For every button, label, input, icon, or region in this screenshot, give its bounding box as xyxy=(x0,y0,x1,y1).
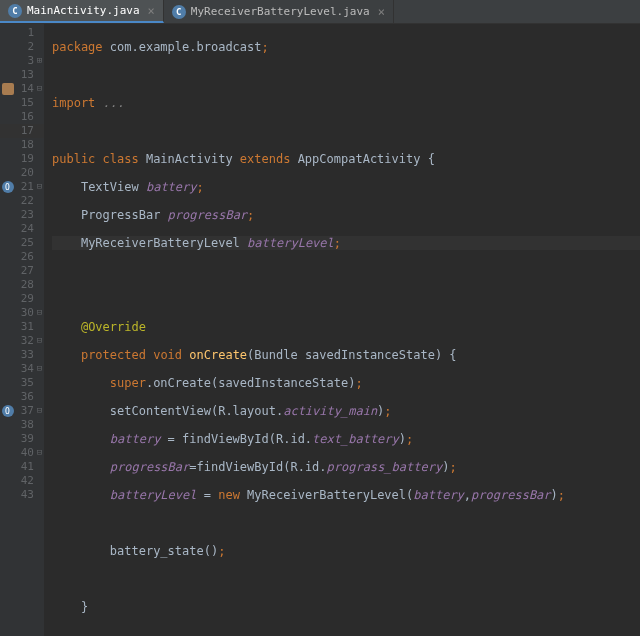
line-number: 40⊟ xyxy=(0,446,44,460)
line-number: 14⊟ xyxy=(0,82,44,96)
fold-icon[interactable]: ⊟ xyxy=(35,364,44,373)
close-icon[interactable]: × xyxy=(148,4,155,18)
code-line xyxy=(52,264,640,278)
code-line: @Override xyxy=(52,320,640,334)
line-number: 16 xyxy=(0,110,44,124)
code-line xyxy=(52,124,640,138)
code-line: battery_state(); xyxy=(52,544,640,558)
code-line: super.onCreate(savedInstanceState); xyxy=(52,376,640,390)
code-line: protected void onCreate(Bundle savedInst… xyxy=(52,348,640,362)
line-number: 41 xyxy=(0,460,44,474)
code-line xyxy=(52,68,640,82)
fold-icon[interactable]: ⊟ xyxy=(35,336,44,345)
line-number: 20 xyxy=(0,166,44,180)
line-number: 3⊞ xyxy=(0,54,44,68)
code-line xyxy=(52,516,640,530)
line-number: 28 xyxy=(0,278,44,292)
override-gutter-icon[interactable] xyxy=(2,405,14,417)
line-number: 2 xyxy=(0,40,44,54)
code-area[interactable]: package com.example.broadcast; import ..… xyxy=(44,24,640,636)
line-number: 30⊟ xyxy=(0,306,44,320)
tab-myreceiver[interactable]: C MyReceiverBatteryLevel.java × xyxy=(164,0,394,23)
override-gutter-icon[interactable] xyxy=(2,181,14,193)
code-line xyxy=(52,292,640,306)
line-number: 26 xyxy=(0,250,44,264)
line-number: 22 xyxy=(0,194,44,208)
line-number: 36 xyxy=(0,390,44,404)
line-number: 31 xyxy=(0,320,44,334)
fold-icon[interactable]: ⊟ xyxy=(35,182,44,191)
line-number: 32⊟ xyxy=(0,334,44,348)
code-line: package com.example.broadcast; xyxy=(52,40,640,54)
line-number: 19 xyxy=(0,152,44,166)
fold-icon[interactable]: ⊟ xyxy=(35,84,44,93)
code-line: ProgressBar progressBar; xyxy=(52,208,640,222)
line-number: 38 xyxy=(0,418,44,432)
fold-icon[interactable]: ⊞ xyxy=(35,56,44,65)
line-number: 13 xyxy=(0,68,44,82)
line-gutter: 1 2 3⊞ 13 14⊟ 15 16 17 18 19 20 21⊟ 22 2… xyxy=(0,24,44,636)
code-line: } xyxy=(52,600,640,614)
line-number: 15 xyxy=(0,96,44,110)
editor-tabs: C MainActivity.java × C MyReceiverBatter… xyxy=(0,0,640,24)
line-number: 17 xyxy=(0,124,44,138)
line-number: 43 xyxy=(0,488,44,502)
line-number: 34⊟ xyxy=(0,362,44,376)
java-class-icon: C xyxy=(8,4,22,18)
close-icon[interactable]: × xyxy=(378,5,385,19)
code-line: TextView battery; xyxy=(52,180,640,194)
code-editor[interactable]: 1 2 3⊞ 13 14⊟ 15 16 17 18 19 20 21⊟ 22 2… xyxy=(0,24,640,636)
code-line: progressBar=findViewById(R.id.prograss_b… xyxy=(52,460,640,474)
code-line: setContentView(R.layout.activity_main); xyxy=(52,404,640,418)
line-number: 1 xyxy=(0,26,44,40)
code-line: public class MainActivity extends AppCom… xyxy=(52,152,640,166)
line-number: 39 xyxy=(0,432,44,446)
fold-icon[interactable]: ⊟ xyxy=(35,308,44,317)
line-number: 21⊟ xyxy=(0,180,44,194)
line-number: 18 xyxy=(0,138,44,152)
line-number: 27 xyxy=(0,264,44,278)
line-number: 35 xyxy=(0,376,44,390)
java-class-icon: C xyxy=(172,5,186,19)
line-number: 37⊟ xyxy=(0,404,44,418)
line-number: 42 xyxy=(0,474,44,488)
code-line: battery = findViewById(R.id.text_battery… xyxy=(52,432,640,446)
code-line xyxy=(52,572,640,586)
line-number: 33 xyxy=(0,348,44,362)
tab-label: MainActivity.java xyxy=(27,4,140,17)
line-number: 25 xyxy=(0,236,44,250)
line-number: 23 xyxy=(0,208,44,222)
tab-label: MyReceiverBatteryLevel.java xyxy=(191,5,370,18)
code-line xyxy=(52,628,640,636)
fold-icon[interactable]: ⊟ xyxy=(35,448,44,457)
tab-mainactivity[interactable]: C MainActivity.java × xyxy=(0,0,164,23)
line-number: 29 xyxy=(0,292,44,306)
code-line: MyReceiverBatteryLevel batteryLevel; xyxy=(52,236,640,250)
line-number: 24 xyxy=(0,222,44,236)
code-line: import ... xyxy=(52,96,640,110)
class-gutter-icon xyxy=(2,83,14,95)
fold-icon[interactable]: ⊟ xyxy=(35,406,44,415)
code-line: batteryLevel = new MyReceiverBatteryLeve… xyxy=(52,488,640,502)
